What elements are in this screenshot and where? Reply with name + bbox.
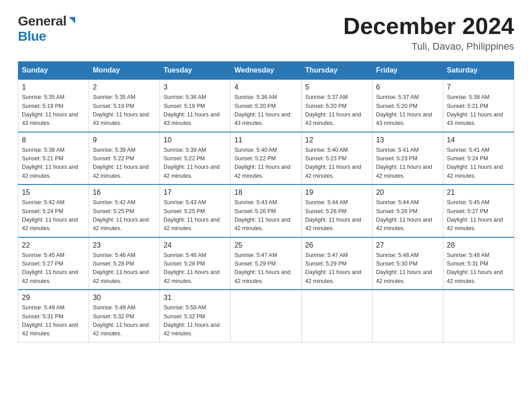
day-number: 19 (305, 188, 369, 197)
header-cell-tuesday: Tuesday (160, 62, 231, 80)
calendar-cell: 14 Sunrise: 5:41 AMSunset: 5:24 PMDaylig… (443, 132, 514, 185)
calendar-cell: 24 Sunrise: 5:46 AMSunset: 5:28 PMDaylig… (160, 237, 231, 290)
day-number: 17 (163, 188, 227, 197)
calendar-cell: 5 Sunrise: 5:37 AMSunset: 5:20 PMDayligh… (301, 79, 372, 132)
day-info: Sunrise: 5:38 AMSunset: 5:21 PMDaylight:… (22, 147, 78, 179)
calendar-cell: 6 Sunrise: 5:37 AMSunset: 5:20 PMDayligh… (372, 79, 443, 132)
day-info: Sunrise: 5:37 AMSunset: 5:20 PMDaylight:… (376, 94, 432, 126)
day-number: 4 (234, 83, 297, 91)
header-cell-sunday: Sunday (18, 62, 89, 80)
logo: General Blue (18, 13, 77, 44)
day-number: 13 (376, 136, 439, 144)
day-number: 18 (234, 188, 297, 197)
day-info: Sunrise: 5:40 AMSunset: 5:23 PMDaylight:… (305, 147, 361, 179)
day-number: 5 (305, 83, 369, 91)
logo-arrow-icon (67, 15, 77, 27)
day-info: Sunrise: 5:41 AMSunset: 5:23 PMDaylight:… (376, 147, 432, 179)
month-title: December 2024 (343, 13, 514, 39)
day-info: Sunrise: 5:43 AMSunset: 5:25 PMDaylight:… (163, 199, 219, 231)
day-info: Sunrise: 5:49 AMSunset: 5:32 PMDaylight:… (93, 304, 149, 337)
day-info: Sunrise: 5:47 AMSunset: 5:29 PMDaylight:… (305, 252, 361, 284)
week-row-2: 8 Sunrise: 5:38 AMSunset: 5:21 PMDayligh… (18, 132, 514, 185)
calendar-cell: 29 Sunrise: 5:49 AMSunset: 5:31 PMDaylig… (18, 290, 89, 342)
calendar-cell: 2 Sunrise: 5:35 AMSunset: 5:19 PMDayligh… (89, 79, 160, 132)
day-number: 10 (163, 136, 227, 144)
day-number: 12 (305, 136, 369, 144)
calendar-cell: 27 Sunrise: 5:48 AMSunset: 5:30 PMDaylig… (372, 237, 443, 290)
calendar-cell: 22 Sunrise: 5:45 AMSunset: 5:27 PMDaylig… (18, 237, 89, 290)
header-cell-thursday: Thursday (301, 62, 372, 80)
calendar-cell (301, 290, 372, 342)
calendar-cell: 21 Sunrise: 5:45 AMSunset: 5:27 PMDaylig… (443, 184, 514, 237)
calendar-cell: 1 Sunrise: 5:35 AMSunset: 5:19 PMDayligh… (18, 79, 89, 132)
day-info: Sunrise: 5:36 AMSunset: 5:20 PMDaylight:… (234, 94, 290, 126)
day-number: 3 (163, 83, 227, 91)
day-info: Sunrise: 5:35 AMSunset: 5:19 PMDaylight:… (22, 94, 78, 126)
calendar-cell: 7 Sunrise: 5:38 AMSunset: 5:21 PMDayligh… (443, 79, 514, 132)
svg-marker-0 (69, 17, 75, 23)
header-cell-saturday: Saturday (443, 62, 514, 80)
calendar-cell: 10 Sunrise: 5:39 AMSunset: 5:22 PMDaylig… (160, 132, 231, 185)
calendar-cell: 8 Sunrise: 5:38 AMSunset: 5:21 PMDayligh… (18, 132, 89, 185)
day-number: 26 (305, 241, 369, 249)
day-info: Sunrise: 5:47 AMSunset: 5:29 PMDaylight:… (234, 252, 290, 284)
location-title: Tuli, Davao, Philippines (343, 41, 514, 52)
day-number: 15 (22, 188, 85, 197)
day-info: Sunrise: 5:37 AMSunset: 5:20 PMDaylight:… (305, 94, 361, 126)
calendar-cell: 28 Sunrise: 5:48 AMSunset: 5:31 PMDaylig… (443, 237, 514, 290)
calendar-cell (231, 290, 301, 342)
day-info: Sunrise: 5:36 AMSunset: 5:19 PMDaylight:… (163, 94, 219, 126)
day-number: 16 (93, 188, 156, 197)
week-row-1: 1 Sunrise: 5:35 AMSunset: 5:19 PMDayligh… (18, 79, 514, 132)
header-row: SundayMondayTuesdayWednesdayThursdayFrid… (18, 62, 514, 80)
calendar-body: 1 Sunrise: 5:35 AMSunset: 5:19 PMDayligh… (18, 79, 514, 342)
calendar-table: SundayMondayTuesdayWednesdayThursdayFrid… (18, 61, 514, 342)
day-number: 23 (93, 241, 156, 249)
day-number: 24 (163, 241, 227, 249)
logo-general-text: General (18, 13, 66, 29)
day-number: 2 (93, 83, 156, 91)
day-info: Sunrise: 5:40 AMSunset: 5:22 PMDaylight:… (234, 147, 290, 179)
day-info: Sunrise: 5:49 AMSunset: 5:31 PMDaylight:… (22, 304, 78, 337)
logo-row-2: Blue (18, 29, 46, 44)
calendar-cell: 16 Sunrise: 5:42 AMSunset: 5:25 PMDaylig… (89, 184, 160, 237)
day-number: 20 (376, 188, 439, 197)
day-number: 31 (163, 294, 227, 302)
page-header: General Blue December 2024 Tuli, Davao, … (18, 13, 514, 52)
day-info: Sunrise: 5:46 AMSunset: 5:28 PMDaylight:… (163, 252, 219, 284)
calendar-cell: 31 Sunrise: 5:50 AMSunset: 5:32 PMDaylig… (160, 290, 231, 342)
header-cell-wednesday: Wednesday (231, 62, 301, 80)
day-info: Sunrise: 5:48 AMSunset: 5:31 PMDaylight:… (447, 252, 503, 284)
day-number: 7 (447, 83, 510, 91)
day-number: 8 (22, 136, 85, 144)
calendar-header: SundayMondayTuesdayWednesdayThursdayFrid… (18, 62, 514, 80)
calendar-cell (443, 290, 514, 342)
week-row-5: 29 Sunrise: 5:49 AMSunset: 5:31 PMDaylig… (18, 290, 514, 342)
calendar-cell: 30 Sunrise: 5:49 AMSunset: 5:32 PMDaylig… (89, 290, 160, 342)
day-info: Sunrise: 5:45 AMSunset: 5:27 PMDaylight:… (447, 199, 503, 231)
day-number: 27 (376, 241, 439, 249)
day-info: Sunrise: 5:44 AMSunset: 5:26 PMDaylight:… (305, 199, 361, 231)
calendar-cell (372, 290, 443, 342)
day-number: 14 (447, 136, 510, 144)
day-number: 29 (22, 294, 85, 302)
day-info: Sunrise: 5:41 AMSunset: 5:24 PMDaylight:… (447, 147, 503, 179)
week-row-3: 15 Sunrise: 5:42 AMSunset: 5:24 PMDaylig… (18, 184, 514, 237)
day-info: Sunrise: 5:43 AMSunset: 5:26 PMDaylight:… (234, 199, 290, 231)
day-info: Sunrise: 5:38 AMSunset: 5:21 PMDaylight:… (447, 94, 503, 126)
calendar-cell: 15 Sunrise: 5:42 AMSunset: 5:24 PMDaylig… (18, 184, 89, 237)
calendar-cell: 25 Sunrise: 5:47 AMSunset: 5:29 PMDaylig… (231, 237, 301, 290)
day-info: Sunrise: 5:35 AMSunset: 5:19 PMDaylight:… (93, 94, 149, 126)
day-info: Sunrise: 5:50 AMSunset: 5:32 PMDaylight:… (163, 304, 219, 337)
calendar-cell: 17 Sunrise: 5:43 AMSunset: 5:25 PMDaylig… (160, 184, 231, 237)
day-info: Sunrise: 5:46 AMSunset: 5:28 PMDaylight:… (93, 252, 149, 284)
day-number: 6 (376, 83, 439, 91)
day-info: Sunrise: 5:48 AMSunset: 5:30 PMDaylight:… (376, 252, 432, 284)
day-info: Sunrise: 5:42 AMSunset: 5:25 PMDaylight:… (93, 199, 149, 231)
day-info: Sunrise: 5:45 AMSunset: 5:27 PMDaylight:… (22, 252, 78, 284)
calendar-cell: 9 Sunrise: 5:39 AMSunset: 5:22 PMDayligh… (89, 132, 160, 185)
day-number: 9 (93, 136, 156, 144)
title-section: December 2024 Tuli, Davao, Philippines (343, 13, 514, 52)
day-number: 21 (447, 188, 510, 197)
calendar-cell: 3 Sunrise: 5:36 AMSunset: 5:19 PMDayligh… (160, 79, 231, 132)
